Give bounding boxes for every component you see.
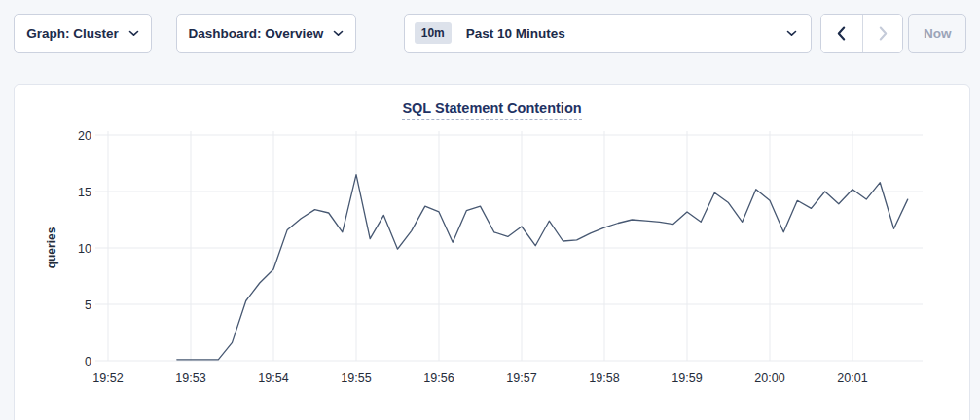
y-axis-label: queries bbox=[45, 227, 58, 268]
x-axis-tick-label: 20:00 bbox=[754, 371, 784, 385]
time-window-nav bbox=[820, 14, 903, 52]
x-axis-tick-label: 19:56 bbox=[423, 371, 454, 385]
time-range-label: Past 10 Minutes bbox=[466, 26, 565, 41]
chevron-down-icon bbox=[128, 30, 139, 37]
dashboard-toolbar: Graph: Cluster Dashboard: Overview 10m P… bbox=[0, 0, 980, 52]
chart-title-row: SQL Statement Contention bbox=[15, 85, 969, 129]
graph-selector-label: Graph: Cluster bbox=[26, 26, 119, 41]
dashboard-selector-dropdown[interactable]: Dashboard: Overview bbox=[176, 14, 356, 52]
series-line-queries bbox=[177, 175, 908, 360]
y-axis-tick-label: 15 bbox=[78, 186, 91, 199]
x-axis-tick-label: 19:57 bbox=[506, 371, 536, 385]
y-axis-tick-label: 5 bbox=[85, 298, 91, 312]
x-axis-tick-label: 20:01 bbox=[837, 371, 867, 385]
x-axis-tick-label: 19:53 bbox=[175, 371, 205, 385]
chevron-left-icon bbox=[837, 26, 846, 41]
sql-statement-contention-chart[interactable]: 0510152019:5219:5319:5419:5519:5619:5719… bbox=[15, 129, 969, 398]
chevron-down-icon bbox=[333, 30, 344, 37]
prev-time-window-button[interactable] bbox=[821, 15, 862, 52]
x-axis-tick-label: 19:59 bbox=[671, 371, 702, 385]
y-axis-tick-label: 10 bbox=[78, 242, 91, 256]
x-axis-tick-label: 19:54 bbox=[258, 371, 288, 385]
chart-card: SQL Statement Contention 0510152019:5219… bbox=[14, 84, 970, 420]
now-button[interactable]: Now bbox=[908, 14, 966, 52]
x-axis-tick-label: 19:55 bbox=[341, 371, 371, 385]
next-time-window-button[interactable] bbox=[862, 15, 903, 52]
time-range-badge: 10m bbox=[415, 22, 452, 44]
y-axis-tick-label: 20 bbox=[78, 129, 91, 143]
y-axis-tick-label: 0 bbox=[85, 355, 91, 368]
x-axis-tick-label: 19:52 bbox=[92, 371, 123, 385]
chart-title[interactable]: SQL Statement Contention bbox=[402, 100, 581, 120]
dashboard-selector-label: Dashboard: Overview bbox=[188, 26, 323, 41]
time-range-picker[interactable]: 10m Past 10 Minutes bbox=[404, 14, 812, 52]
toolbar-divider bbox=[381, 14, 381, 52]
chevron-down-icon bbox=[786, 30, 797, 37]
x-axis-tick-label: 19:58 bbox=[589, 371, 619, 385]
graph-selector-dropdown[interactable]: Graph: Cluster bbox=[14, 14, 152, 52]
chevron-right-icon bbox=[879, 26, 888, 41]
